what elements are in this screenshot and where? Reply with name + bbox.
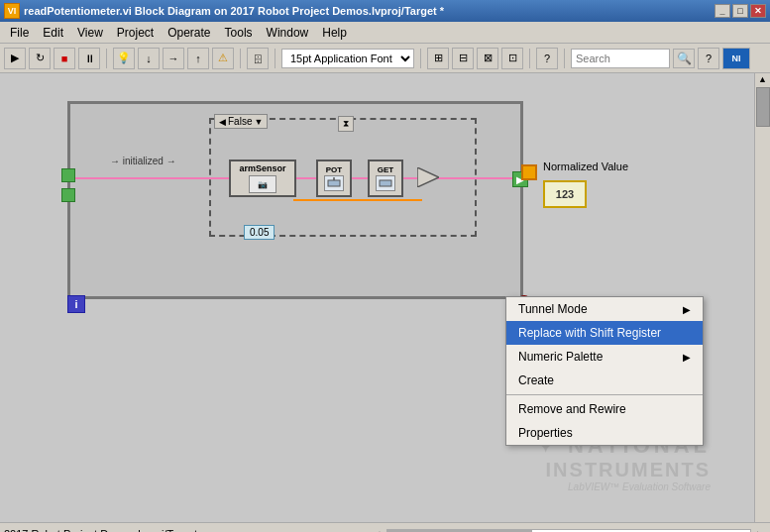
- warn-button[interactable]: ⚠: [212, 48, 234, 69]
- search-button[interactable]: 🔍: [673, 49, 695, 68]
- close-button[interactable]: ✕: [750, 4, 766, 18]
- scroll-thumb[interactable]: [756, 87, 770, 127]
- status-bar: 2017 Robot Project Demos.lvproj/Target ◄…: [0, 522, 770, 532]
- search-input[interactable]: [571, 49, 670, 68]
- resize-button[interactable]: ⊠: [477, 48, 498, 69]
- reorder-button[interactable]: ⊡: [501, 48, 523, 69]
- sensor-icon: 📷: [249, 175, 276, 193]
- menu-project[interactable]: Project: [111, 24, 160, 42]
- svg-rect-0: [328, 180, 340, 186]
- ctx-create[interactable]: Create: [506, 369, 703, 392]
- highlight-button[interactable]: 💡: [113, 48, 135, 69]
- numeric-indicator[interactable]: 123: [543, 180, 587, 208]
- maximize-button[interactable]: □: [732, 4, 748, 18]
- status-project-label: 2017 Robot Project Demos.lvproj/Target: [4, 528, 368, 533]
- separator-1: [106, 49, 107, 68]
- const-box[interactable]: 0.05: [244, 225, 275, 240]
- buffer-block[interactable]: [417, 167, 439, 187]
- wire-orange-h1: [293, 199, 422, 201]
- scrollbar-vertical[interactable]: ▲: [754, 73, 770, 522]
- title-bar: VI readPotentiometer.vi Block Diagram on…: [0, 0, 770, 22]
- step-out-button[interactable]: ↑: [187, 48, 209, 69]
- run-button[interactable]: ▶: [4, 48, 26, 69]
- ctx-separator: [506, 394, 703, 395]
- status-scrollbar[interactable]: [386, 529, 752, 533]
- font-selector[interactable]: 15pt Application Font: [281, 49, 414, 68]
- title-text: readPotentiometer.vi Block Diagram on 20…: [24, 5, 444, 17]
- tunnel-right: [521, 164, 537, 180]
- app-icon: VI: [4, 3, 20, 19]
- svg-rect-2: [380, 180, 391, 186]
- tunnel-left-bottom: [61, 188, 75, 202]
- tunnel-left-top: [61, 168, 75, 182]
- main-canvas: ◀ False ▼ ⧗ → initialized → armSensor 📷 …: [0, 73, 770, 522]
- separator-3: [275, 49, 275, 68]
- menu-help[interactable]: Help: [316, 24, 353, 42]
- ctx-remove-rewire[interactable]: Remove and Rewire: [506, 397, 703, 421]
- align-button[interactable]: ⊞: [427, 48, 449, 69]
- menu-file[interactable]: File: [4, 24, 35, 42]
- context-menu: Tunnel Mode ▶ Replace with Shift Registe…: [505, 296, 704, 446]
- normalized-value-label: Normalized Value: [543, 160, 628, 172]
- menu-operate[interactable]: Operate: [162, 24, 216, 42]
- timing-icon: ⧗: [338, 116, 354, 132]
- menu-window[interactable]: Window: [261, 24, 315, 42]
- init-label: → initialized →: [110, 156, 176, 166]
- while-loop-frame: ◀ False ▼ ⧗ → initialized → armSensor 📷 …: [67, 101, 523, 299]
- abort-button[interactable]: ■: [54, 48, 75, 69]
- menu-tools[interactable]: Tools: [219, 24, 259, 42]
- info-box: i: [67, 295, 85, 313]
- pot-icon-2: [376, 175, 395, 191]
- menu-bar: File Edit View Project Operate Tools Win…: [0, 22, 770, 44]
- ctx-numeric-palette[interactable]: Numeric Palette ▶: [506, 345, 703, 369]
- menu-edit[interactable]: Edit: [37, 24, 69, 42]
- separator-6: [564, 49, 565, 68]
- clean-diagram-button[interactable]: ⌹: [247, 48, 269, 69]
- menu-view[interactable]: View: [71, 24, 109, 42]
- numeric-palette-arrow: ▶: [683, 352, 691, 363]
- false-label: False: [228, 116, 252, 127]
- false-terminal[interactable]: ◀ False ▼: [214, 114, 268, 129]
- dist-button[interactable]: ⊟: [452, 48, 474, 69]
- scroll-up-button[interactable]: ▲: [755, 73, 770, 85]
- ctx-replace-shift-reg[interactable]: Replace with Shift Register: [506, 321, 703, 345]
- step-into-button[interactable]: →: [163, 48, 184, 69]
- help-ctx-button[interactable]: ?: [536, 48, 558, 69]
- separator-4: [420, 49, 421, 68]
- tunnel-mode-arrow: ▶: [683, 304, 691, 315]
- minimize-button[interactable]: _: [715, 4, 730, 18]
- scroll-right-btn[interactable]: ►: [755, 528, 766, 533]
- step-over-button[interactable]: ↓: [138, 48, 160, 69]
- run-continuously-button[interactable]: ↻: [29, 48, 51, 69]
- arm-sensor-block[interactable]: armSensor 📷: [229, 160, 296, 197]
- pot-block-2[interactable]: GET: [368, 160, 403, 197]
- separator-2: [240, 49, 241, 68]
- pause-button[interactable]: ⏸: [78, 48, 100, 69]
- ni-button[interactable]: NI: [722, 48, 750, 69]
- pot-icon-1: [324, 175, 344, 191]
- pot-block-1[interactable]: POT: [316, 160, 352, 197]
- toolbar: ▶ ↻ ■ ⏸ 💡 ↓ → ↑ ⚠ ⌹ 15pt Application Fon…: [0, 44, 770, 73]
- separator-5: [529, 49, 530, 68]
- scroll-left-btn[interactable]: ◄: [372, 528, 383, 533]
- search-help-button[interactable]: ?: [698, 48, 719, 69]
- ctx-tunnel-mode[interactable]: Tunnel Mode ▶: [506, 297, 703, 321]
- svg-marker-3: [417, 167, 439, 187]
- ctx-properties[interactable]: Properties: [506, 421, 703, 445]
